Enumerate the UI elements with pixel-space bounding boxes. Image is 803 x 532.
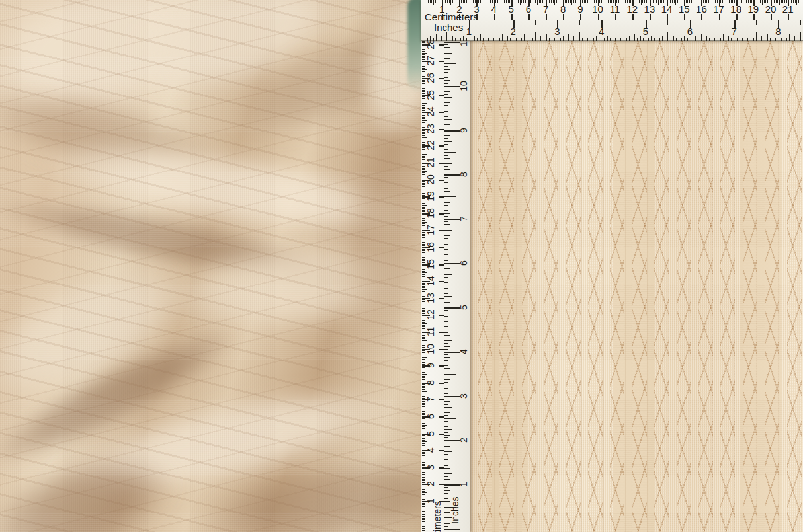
inch-tick xyxy=(444,266,448,266)
inch-tick xyxy=(444,249,448,250)
inch-subtick xyxy=(483,38,484,41)
inch-subtick xyxy=(582,38,583,41)
inch-subtick xyxy=(444,38,444,41)
cm-number: 11 xyxy=(610,3,620,15)
inch-tick xyxy=(444,221,448,222)
cm-tick xyxy=(422,287,425,288)
inch-subtick xyxy=(466,38,467,41)
cm-tick xyxy=(450,0,451,5)
cm-tick xyxy=(439,298,444,299)
cm-tick xyxy=(494,14,495,20)
diamond-pattern-column xyxy=(544,41,558,532)
inch-subtick xyxy=(472,38,472,41)
cm-tick xyxy=(422,510,427,510)
inch-subtick xyxy=(624,32,624,41)
cm-number: 19 xyxy=(748,3,759,15)
inch-subtick xyxy=(439,38,439,41)
inch-tick xyxy=(444,401,450,402)
inch-tick xyxy=(444,432,448,433)
inch-tick xyxy=(444,147,450,147)
cm-tick xyxy=(422,404,425,405)
inch-subtick xyxy=(751,36,751,41)
inch-tick xyxy=(444,205,448,206)
inch-tick xyxy=(444,122,448,122)
cm-number: 7 xyxy=(543,3,548,15)
cm-tick xyxy=(422,340,427,341)
diamond-pattern-column xyxy=(720,41,735,532)
cm-tick xyxy=(422,491,425,492)
cm-tick xyxy=(625,0,626,3)
inch-tick xyxy=(444,94,448,95)
cm-tick xyxy=(439,180,444,181)
inch-subtick xyxy=(693,38,693,41)
inch-subtick xyxy=(488,38,489,41)
cm-tick xyxy=(422,120,427,121)
cm-tick xyxy=(422,68,425,69)
inch-subtick xyxy=(463,36,464,41)
cm-tick xyxy=(537,0,538,5)
drape-fold-highlight xyxy=(0,234,208,433)
cm-number: 9 xyxy=(425,363,436,368)
vertical-ruler: Centimeters Inches 123456789101112131415… xyxy=(421,36,470,532)
cm-number: 22 xyxy=(425,141,436,151)
inch-tick xyxy=(444,186,452,186)
cm-tick xyxy=(658,0,659,5)
inch-subtick xyxy=(701,34,702,41)
cm-tick xyxy=(422,489,425,490)
inch-subtick xyxy=(577,38,577,41)
vertical-centimeters-label: Centimeters xyxy=(432,501,443,532)
cm-tick xyxy=(695,0,695,3)
diamond-pattern-column xyxy=(499,41,514,532)
cm-number: 1 xyxy=(425,498,436,504)
inch-tick xyxy=(444,196,456,197)
inch-tick xyxy=(444,241,456,241)
diamond-pattern-column xyxy=(743,41,757,532)
inch-tick xyxy=(444,357,450,358)
cm-tick xyxy=(753,14,755,20)
inch-subtick xyxy=(538,38,538,41)
inch-tick xyxy=(444,349,448,350)
cm-number: 13 xyxy=(644,3,655,15)
inch-subtick xyxy=(626,38,627,41)
inch-number: 2 xyxy=(510,26,515,37)
cm-tick xyxy=(422,488,425,488)
cm-tick xyxy=(422,154,427,155)
cm-tick xyxy=(422,387,425,388)
inch-tick xyxy=(444,149,448,150)
cm-number: 8 xyxy=(560,3,566,15)
vertical-ruler-right-edge xyxy=(470,36,470,532)
drape-fold-shadow xyxy=(0,183,359,299)
inch-subtick xyxy=(549,38,550,41)
inch-tick xyxy=(444,254,448,255)
cm-tick xyxy=(521,0,522,3)
inch-subtick xyxy=(613,34,613,41)
inch-subtick xyxy=(706,36,707,41)
cm-tick xyxy=(726,0,726,3)
cm-tick xyxy=(511,14,513,20)
inch-tick xyxy=(444,501,450,502)
inch-number: 5 xyxy=(643,26,648,37)
cm-tick xyxy=(422,519,425,520)
cm-tick xyxy=(660,0,661,3)
cm-tick xyxy=(422,202,425,202)
inch-subtick xyxy=(474,36,475,41)
cm-number: 16 xyxy=(696,3,707,15)
drape-fold-shadow xyxy=(218,0,421,161)
cm-tick xyxy=(466,0,467,3)
cm-tick xyxy=(422,472,425,473)
inch-tick xyxy=(444,169,450,170)
cm-tick xyxy=(486,0,486,5)
cm-tick xyxy=(762,0,763,5)
inch-tick xyxy=(444,247,450,247)
inch-subtick xyxy=(516,38,517,41)
cm-tick xyxy=(422,325,425,326)
cm-tick xyxy=(422,410,425,410)
inch-tick xyxy=(444,235,450,236)
inch-tick xyxy=(444,435,450,436)
inch-subtick xyxy=(784,36,784,41)
inch-tick xyxy=(444,194,448,194)
cm-tick xyxy=(532,0,532,3)
cm-tick xyxy=(422,443,425,444)
inch-tick xyxy=(444,280,450,280)
inch-tick xyxy=(444,75,452,75)
